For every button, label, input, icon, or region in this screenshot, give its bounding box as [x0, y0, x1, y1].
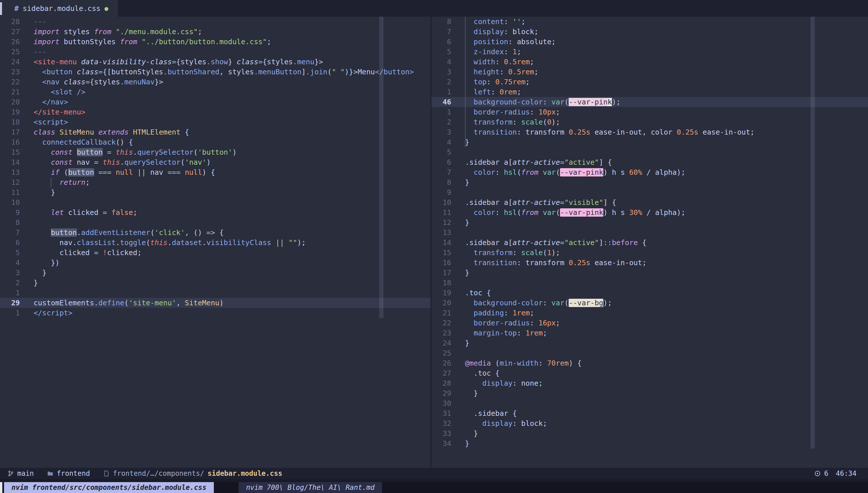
code-text[interactable]: class SiteMenu extends HTMLElement {	[20, 127, 189, 137]
code-line[interactable]: 25---	[0, 47, 430, 57]
code-line[interactable]: 26@media (min-width: 70rem) {	[431, 358, 868, 368]
code-text[interactable]: }	[20, 278, 38, 288]
code-text[interactable]: <script>	[20, 117, 68, 127]
code-text[interactable]: display: none;	[451, 378, 543, 388]
code-line[interactable]: 2 transform: scale(0);	[431, 117, 868, 127]
code-text[interactable]: padding: 1rem;	[451, 308, 534, 318]
code-text[interactable]: transform: scale(1);	[451, 248, 560, 258]
code-line[interactable]: 6 position: absolute;	[431, 37, 868, 47]
code-text[interactable]: .sidebar {	[451, 408, 517, 419]
code-text[interactable]	[20, 288, 34, 298]
code-text[interactable]: <button class={[buttonStyles.buttonShare…	[20, 67, 414, 77]
code-line[interactable]: 2 top: 0.75rem;	[431, 77, 868, 87]
code-text[interactable]: }	[451, 428, 478, 438]
code-line[interactable]: 15 transform: scale(1);	[431, 248, 868, 258]
code-text[interactable]: }	[20, 268, 46, 278]
code-line[interactable]: 31 .sidebar {	[431, 408, 868, 419]
code-text[interactable]: }	[451, 338, 469, 348]
code-text[interactable]: <slot />	[20, 87, 86, 97]
code-line[interactable]: 24}	[431, 338, 868, 348]
code-text[interactable]: ---	[20, 17, 46, 27]
code-line[interactable]: 4 })	[0, 258, 430, 268]
code-line[interactable]: 19</site-menu>	[0, 107, 430, 117]
code-text[interactable]: border-radius: 16px;	[451, 318, 560, 328]
code-text[interactable]: <site-menu data-visibility-class={styles…	[20, 57, 323, 67]
code-text[interactable]: <nav class={styles.menuNav}>	[20, 77, 163, 87]
code-line[interactable]: 22 <nav class={styles.menuNav}>	[0, 77, 430, 87]
code-line[interactable]: 34}	[431, 438, 868, 449]
code-line[interactable]: 21 padding: 1rem;	[431, 308, 868, 318]
code-line[interactable]: 12 return;	[0, 177, 430, 187]
code-text[interactable]: }	[451, 438, 469, 449]
code-line[interactable]: 33 }	[431, 428, 868, 438]
code-line[interactable]: 6.sidebar a[attr-active="active"] {	[431, 157, 868, 167]
code-line[interactable]: 15 const button = this.querySelector('bu…	[0, 147, 430, 157]
code-line[interactable]: 14 const nav = this.querySelector('nav')	[0, 157, 430, 167]
code-text[interactable]: customElements.define('site-menu', SiteM…	[20, 298, 224, 308]
tab-sidebar-module-css[interactable]: # sidebar.module.css ●	[0, 0, 118, 17]
code-line[interactable]: 18<script>	[0, 117, 430, 127]
code-line[interactable]: 11 color: hsl(from var(--var-pink) h s 3…	[431, 208, 868, 217]
code-line[interactable]: 19.toc {	[431, 288, 868, 298]
code-text[interactable]: transform: scale(0);	[451, 117, 560, 127]
code-text[interactable]: margin-top: 1rem;	[451, 328, 547, 338]
code-text[interactable]: .toc {	[451, 288, 491, 298]
code-text[interactable]	[20, 197, 34, 208]
code-line[interactable]: 18	[431, 278, 868, 288]
code-text[interactable]: width: 0.5rem;	[451, 57, 534, 67]
code-line[interactable]: 13	[431, 228, 868, 238]
code-line[interactable]: 27 .toc {	[431, 368, 868, 378]
code-text[interactable]	[451, 278, 465, 288]
code-text[interactable]	[20, 217, 34, 228]
code-text[interactable]: connectedCallback() {	[20, 137, 133, 147]
tmux-window-active[interactable]: nvim frontend/src/components/sidebar.mod…	[4, 482, 214, 493]
code-line[interactable]: 27import styles from "./menu.module.css"…	[0, 27, 430, 37]
code-line[interactable]: 7 color: hsl(from var(--var-pink) h s 60…	[431, 167, 868, 177]
code-text[interactable]: .toc {	[451, 368, 500, 378]
code-line[interactable]: 7 button.addEventListener('click', () =>…	[0, 228, 430, 238]
code-text[interactable]: clicked = !clicked;	[20, 248, 142, 258]
code-line[interactable]: 13 if (button === null || nav === null) …	[0, 167, 430, 177]
code-text[interactable]: </nav>	[20, 97, 68, 107]
tmux-window[interactable]: nvim 700\ Blog/The\ AI\ Rant.md	[238, 482, 382, 493]
code-line[interactable]: 23 <button class={[buttonStyles.buttonSh…	[0, 67, 430, 77]
code-line[interactable]: 22 border-radius: 16px;	[431, 318, 868, 328]
code-text[interactable]: content: '';	[451, 17, 526, 27]
code-text[interactable]: display: block;	[451, 27, 538, 37]
code-line[interactable]: 16 connectedCallback() {	[0, 137, 430, 147]
code-text[interactable]: if (button === null || nav === null) {	[20, 167, 215, 177]
code-line[interactable]: 29customElements.define('site-menu', Sit…	[0, 298, 430, 308]
editor-pane-right[interactable]: 8 content: '';7 display: block;6 positio…	[431, 17, 868, 468]
code-text[interactable]: z-index: 1;	[451, 47, 521, 57]
git-branch-item[interactable]: main	[7, 470, 34, 477]
code-line[interactable]: 8	[0, 217, 430, 228]
code-line[interactable]: 30	[431, 398, 868, 408]
code-line[interactable]: 32 display: block;	[431, 419, 868, 428]
code-text[interactable]	[451, 348, 465, 358]
code-text[interactable]: </site-menu>	[20, 107, 86, 117]
code-text[interactable]	[451, 228, 465, 238]
code-line[interactable]: 7 display: block;	[431, 27, 868, 37]
code-line[interactable]: 1	[0, 288, 430, 298]
code-text[interactable]: color: hsl(from var(--var-pink) h s 30% …	[451, 208, 685, 217]
code-text[interactable]: .sidebar a[attr-active="visible"] {	[451, 197, 616, 208]
code-line[interactable]: 16 transition: transform 0.25s ease-in-o…	[431, 258, 868, 268]
code-text[interactable]: transition: transform 0.25s ease-in-out,…	[451, 127, 754, 137]
code-text[interactable]: .sidebar a[attr-active="active"] {	[451, 157, 612, 167]
code-text[interactable]: background-color: var(--var-bg);	[451, 298, 612, 308]
code-line[interactable]: 10	[0, 197, 430, 208]
code-line[interactable]: 5 z-index: 1;	[431, 47, 868, 57]
code-line[interactable]: 1 left: 0rem;	[431, 87, 868, 97]
code-line[interactable]: 10.sidebar a[attr-active="visible"] {	[431, 197, 868, 208]
code-line[interactable]: 26import buttonStyles from "../button/bu…	[0, 37, 430, 47]
code-line[interactable]: 20 </nav>	[0, 97, 430, 107]
code-text[interactable]: return;	[20, 177, 90, 187]
code-line[interactable]: 8 content: '';	[431, 17, 868, 27]
code-text[interactable]: import styles from "./menu.module.css";	[20, 27, 202, 37]
code-text[interactable]: background-color: var(--var-pink);	[451, 97, 620, 107]
code-text[interactable]: import buttonStyles from "../button/butt…	[20, 37, 271, 47]
code-text[interactable]	[451, 147, 465, 157]
code-line[interactable]: 3 height: 0.5rem;	[431, 67, 868, 77]
code-text[interactable]: }	[451, 388, 478, 398]
code-text[interactable]: height: 0.5rem;	[451, 67, 538, 77]
